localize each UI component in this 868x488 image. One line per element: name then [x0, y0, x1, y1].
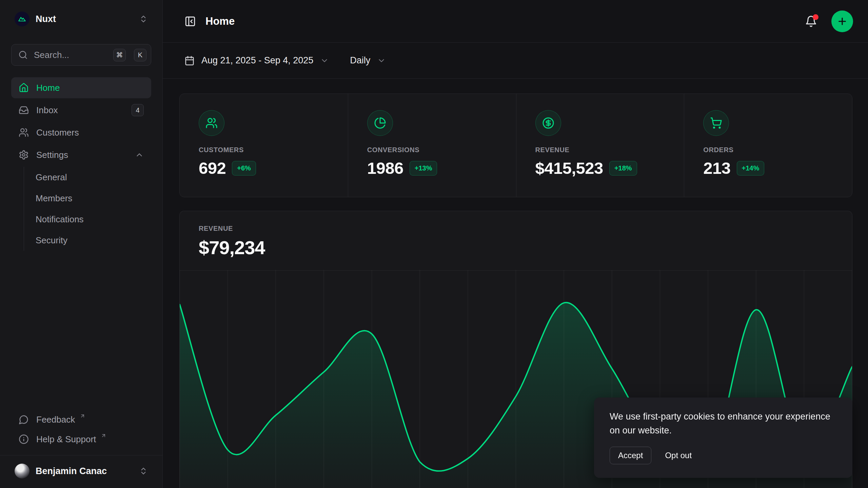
search-icon [18, 50, 28, 60]
gear-icon [19, 150, 29, 160]
chevron-up-icon [135, 150, 144, 159]
date-range-picker[interactable]: Aug 21, 2025 - Sep 4, 2025 [184, 55, 329, 66]
user-menu[interactable]: Benjamin Canac [11, 455, 151, 481]
calendar-icon [184, 56, 195, 66]
opt-out-button[interactable]: Opt out [665, 451, 692, 460]
users-icon [19, 127, 29, 138]
revenue-chart-label: REVENUE [199, 225, 833, 232]
stat-label: CONVERSIONS [367, 146, 419, 154]
sidebar-item-label: Customers [36, 127, 79, 138]
avatar [15, 464, 29, 479]
sidebar-item-settings[interactable]: Settings [11, 144, 151, 165]
stat-value: 1986 [367, 159, 403, 178]
cookie-banner: We use first-party cookies to enhance yo… [594, 398, 852, 478]
sidebar-item-general[interactable]: General [24, 167, 151, 188]
stat-delta-badge: +13% [410, 161, 437, 176]
stat-label: CUSTOMERS [199, 146, 244, 154]
granularity-select[interactable]: Daily [350, 55, 386, 66]
chevron-down-icon [377, 56, 386, 65]
stat-delta-badge: +14% [737, 161, 765, 176]
page-title: Home [205, 15, 235, 27]
accept-cookies-button[interactable]: Accept [610, 447, 651, 464]
page-header: Home [163, 0, 868, 43]
stat-revenue[interactable]: REVENUE $415,523 +18% [516, 94, 684, 197]
sidebar-spacer [11, 251, 151, 410]
workspace-switcher[interactable]: Nuxt [11, 9, 151, 29]
revenue-chart-total: $79,234 [199, 237, 833, 259]
external-link-icon [101, 433, 106, 439]
sidebar-item-label: Settings [36, 150, 68, 160]
sidebar: Nuxt Search... ⌘ K Home [0, 0, 163, 488]
search-placeholder: Search... [34, 50, 107, 60]
settings-subnav: General Members Notifications Security [24, 167, 151, 251]
chevrons-up-down-icon [139, 15, 148, 23]
plus-icon [837, 16, 848, 27]
stat-label: REVENUE [535, 146, 570, 154]
stat-value: $415,523 [535, 159, 603, 178]
chevron-down-icon [320, 56, 329, 65]
stat-conversions[interactable]: CONVERSIONS 1986 +13% [348, 94, 516, 197]
nuxt-logo-icon [15, 12, 29, 26]
kbd-k: K [134, 49, 146, 61]
collapse-sidebar-button[interactable] [184, 16, 196, 27]
sidebar-item-security[interactable]: Security [24, 230, 151, 251]
stat-delta-badge: +6% [232, 161, 256, 176]
search-input[interactable]: Search... ⌘ K [11, 44, 151, 66]
sidebar-item-inbox[interactable]: Inbox 4 [11, 100, 151, 121]
sidebar-item-notifications[interactable]: Notifications [24, 209, 151, 230]
stat-delta-badge: +18% [609, 161, 637, 176]
chevrons-up-down-icon [139, 467, 148, 475]
pie-chart-icon [367, 110, 393, 136]
stat-value: 213 [703, 159, 730, 178]
stat-label: ORDERS [703, 146, 733, 154]
sidebar-item-label: Inbox [36, 105, 58, 116]
notifications-button[interactable] [805, 15, 817, 27]
info-circle-icon [19, 434, 29, 444]
kbd-cmd: ⌘ [113, 49, 126, 61]
notification-dot [813, 14, 818, 20]
cookie-message: We use first-party cookies to enhance yo… [610, 410, 837, 437]
external-link-icon [80, 413, 85, 419]
help-support-link[interactable]: Help & Support [11, 429, 151, 449]
stat-value: 692 [199, 159, 226, 178]
message-circle-icon [19, 414, 29, 425]
sidebar-item-label: Home [36, 83, 60, 93]
stats-card: CUSTOMERS 692 +6% CONVERSIONS 1986 +13% [179, 94, 852, 197]
feedback-label: Feedback [36, 414, 75, 425]
granularity-value: Daily [350, 55, 370, 66]
help-support-label: Help & Support [36, 434, 96, 445]
add-button[interactable] [831, 11, 853, 32]
user-name: Benjamin Canac [36, 466, 107, 476]
inbox-unread-badge: 4 [132, 104, 144, 116]
sidebar-item-home[interactable]: Home [11, 77, 151, 98]
workspace-name: Nuxt [36, 14, 56, 24]
shopping-cart-icon [703, 110, 729, 136]
date-range-value: Aug 21, 2025 - Sep 4, 2025 [201, 55, 313, 66]
sidebar-item-members[interactable]: Members [24, 188, 151, 209]
feedback-link[interactable]: Feedback [11, 410, 151, 429]
house-icon [19, 83, 29, 93]
sidebar-item-customers[interactable]: Customers [11, 122, 151, 143]
stat-customers[interactable]: CUSTOMERS 692 +6% [180, 94, 348, 197]
stat-orders[interactable]: ORDERS 213 +14% [684, 94, 852, 197]
users-icon [199, 110, 224, 136]
filters-toolbar: Aug 21, 2025 - Sep 4, 2025 Daily [163, 43, 868, 79]
inbox-icon [19, 105, 29, 115]
sidebar-nav: Home Inbox 4 Customers Settings [11, 77, 151, 251]
circle-dollar-icon [535, 110, 561, 136]
